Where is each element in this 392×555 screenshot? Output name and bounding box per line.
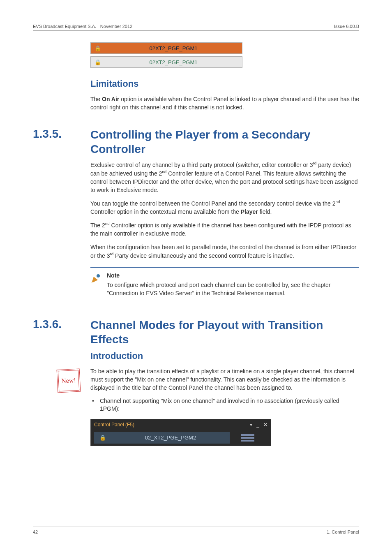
bullet-text: Channel not supporting "Mix on one chann… <box>100 397 359 413</box>
menu-icon: ▾ <box>250 422 252 428</box>
control-panel-body: 🔒 02_XT2_PGE_PGM2 <box>91 430 271 446</box>
panel-channel-label: 02_XT2_PGE_PGM2 <box>111 435 230 441</box>
sec135-p1: Exclusive control of any channel by a th… <box>90 160 359 194</box>
panel-channel-chip: 🔒 02_XT2_PGE_PGM2 <box>94 432 230 444</box>
section-number: 1.3.6. <box>33 318 90 331</box>
sec135-p2: You can toggle the control between the C… <box>90 199 359 216</box>
page-number: 42 <box>33 530 38 534</box>
limitations-paragraph: The On Air option is available when the … <box>90 95 359 112</box>
section-title: Controlling the Player from a Secondary … <box>90 127 359 156</box>
lock-icon: 🔒 <box>91 59 105 65</box>
channel-state-figure: 🔒 02XT2_PGE_PGM1 🔒 02XT2_PGE_PGM1 <box>90 42 242 68</box>
minimize-icon: _ <box>256 422 259 428</box>
svg-marker-0 <box>92 277 98 282</box>
control-panel-title: Control Panel (F5) <box>94 422 134 428</box>
close-icon: ✕ <box>263 422 267 428</box>
section-1-3-6-header: 1.3.6. Channel Modes for Playout with Tr… <box>33 318 359 347</box>
lock-icon: 🔒 <box>94 435 111 441</box>
svg-point-2 <box>97 274 100 278</box>
note-label: Note <box>107 272 359 280</box>
bullet-item: • Channel not supporting "Mix on one cha… <box>92 397 359 413</box>
new-badge-icon: New! <box>58 370 80 391</box>
sec136-intro-p: To be able to play the transition effect… <box>90 367 359 392</box>
section-1-3-5-header: 1.3.5. Controlling the Player from a Sec… <box>33 127 359 156</box>
note-text: Note To configure which protocol and por… <box>107 272 359 298</box>
introduction-heading: Introduction <box>90 351 359 361</box>
limitations-heading: Limitations <box>90 79 359 89</box>
header-left: EVS Broadcast Equipment S.A. - November … <box>33 24 132 29</box>
control-panel-titlebar: Control Panel (F5) ▾ _ ✕ <box>91 419 271 430</box>
channel-label: 02XT2_PGE_PGM1 <box>105 59 242 65</box>
section-number: 1.3.5. <box>33 127 90 141</box>
note-block: Note To configure which protocol and por… <box>90 267 359 302</box>
sec135-p3: The 2nd Controller option is only availa… <box>90 221 359 238</box>
bullet-marker: • <box>92 397 94 413</box>
page-header: EVS Broadcast Equipment S.A. - November … <box>33 24 359 31</box>
vu-bars-icon <box>241 434 254 442</box>
footer-section: 1. Control Panel <box>327 530 359 534</box>
control-panel-figure: Control Panel (F5) ▾ _ ✕ 🔒 02_XT2_PGE_PG… <box>90 419 271 446</box>
section-title: Channel Modes for Playout with Transitio… <box>90 318 359 347</box>
sec135-p4: When the configuration has been set to p… <box>90 243 359 260</box>
channel-label: 02XT2_PGE_PGM1 <box>105 45 242 51</box>
channel-row-active: 🔒 02XT2_PGE_PGM1 <box>90 42 242 54</box>
note-body: To configure which protocol and port eac… <box>107 282 331 296</box>
page-footer: 42 1. Control Panel <box>33 527 359 534</box>
lock-icon: 🔒 <box>91 45 105 51</box>
channel-row-inactive: 🔒 02XT2_PGE_PGM1 <box>90 56 242 68</box>
pencil-icon <box>90 272 102 298</box>
header-right: Issue 6.00.B <box>334 24 359 29</box>
